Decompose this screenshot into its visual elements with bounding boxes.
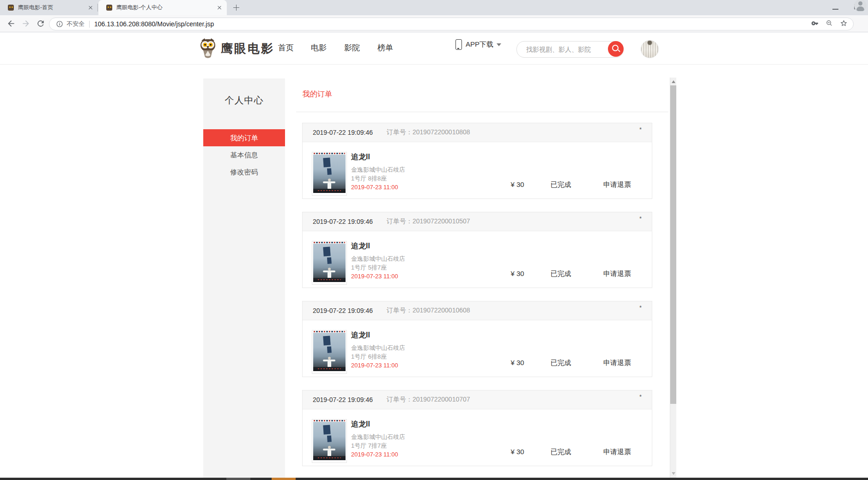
owl-favicon-icon [8,5,14,11]
order-corner-mark: * [639,215,642,222]
scrollbar-up-arrow[interactable] [672,80,675,83]
order-card: 2019-07-22 19:09:46 订单号：2019072200010608… [302,301,652,377]
window-minimize-button[interactable] [832,9,838,10]
tab-close-icon[interactable] [87,4,94,12]
order-number-label: 订单号： [387,396,413,403]
movie-title[interactable]: 追龙II [351,241,405,251]
showtime: 2019-07-23 11:00 [351,272,405,281]
title-divider [296,112,668,112]
order-created-time: 2019-07-22 19:09:46 [313,307,373,314]
password-key-icon[interactable] [811,19,819,29]
search-icon-handle [618,49,620,52]
order-list: 2019-07-22 19:09:46 订单号：2019072200010808… [302,123,652,479]
search-button[interactable] [608,41,624,57]
order-status: 已完成 [528,358,593,367]
tab-home[interactable]: 鹰眼电影-首页 [0,0,98,15]
content-scrollbar[interactable] [670,78,676,478]
tab-personal-center[interactable]: 鹰眼电影-个人中心 [98,0,227,15]
order-movie-info: 追龙II 金逸影城中山石歧店 1号厅 5排7座 2019-07-23 11:00 [351,241,405,281]
order-number-value: 2019072200010608 [413,306,470,314]
page-info-icon[interactable] [56,20,63,28]
nav-item-movies[interactable]: 电影 [311,42,327,53]
order-card-body: 追龙II 金逸影城中山石歧店 1号厅 6排8座 2019-07-23 11:00… [303,320,652,377]
order-number-value: 2019072200010507 [413,217,470,225]
order-card-header: 2019-07-22 19:09:46 订单号：2019072200010608… [303,301,652,320]
order-card: 2019-07-22 19:09:46 订单号：2019072200010507… [302,212,652,288]
order-status: 已完成 [528,180,593,189]
security-label[interactable]: 不安全 [67,20,85,28]
order-number: 订单号：2019072200010608 [387,306,470,315]
movie-title[interactable]: 追龙II [351,419,405,429]
order-created-time: 2019-07-22 19:09:46 [313,218,373,225]
page-url[interactable]: 106.13.106.208:8080/Movie/jsp/center.jsp [94,20,214,28]
brand-title[interactable]: 鹰眼电影 [221,41,274,57]
browser-window: 鹰眼电影-首页 鹰眼电影-个人中心 不安全 106.13.1 [0,0,868,480]
order-movie-info: 追龙II 金逸影城中山石歧店 1号厅 6排8座 2019-07-23 11:00 [351,330,405,370]
order-number-value: 2019072200010707 [413,396,470,403]
nav-item-home[interactable]: 首页 [278,42,294,53]
order-corner-mark: * [639,304,642,311]
order-number: 订单号：2019072200010507 [387,217,470,226]
nav-item-rankings[interactable]: 榜单 [377,42,393,53]
app-download-menu[interactable]: APP下载 [455,39,501,50]
order-card-header: 2019-07-22 19:09:46 订单号：2019072200010808… [303,123,652,142]
owl-logo-icon[interactable] [199,37,217,59]
search-input[interactable] [525,42,603,57]
refund-request-button[interactable]: 申请退票 [589,269,645,278]
address-bar[interactable]: 不安全 106.13.106.208:8080/Movie/jsp/center… [49,18,854,30]
movie-poster[interactable] [312,419,347,463]
zoom-out-icon[interactable] [826,19,833,29]
order-card: 2019-07-22 19:09:46 订单号：2019072200010808… [302,123,652,199]
hall-and-seat: 1号厅 5排7座 [351,263,405,272]
movie-poster[interactable] [312,152,347,196]
omnibox-divider [89,21,90,28]
back-button[interactable] [6,18,17,29]
order-movie-info: 追龙II 金逸影城中山石歧店 1号厅 7排7座 2019-07-23 11:00 [351,419,405,459]
scrollbar-down-arrow[interactable] [672,472,675,475]
order-card-body: 追龙II 金逸影城中山石歧店 1号厅 7排7座 2019-07-23 11:00… [303,409,652,466]
page-title: 我的订单 [303,90,332,99]
sidebar-item-change-password[interactable]: 修改密码 [203,163,285,180]
taskbar-item-highlight [272,478,296,480]
order-status: 已完成 [528,269,593,278]
personal-center-sidebar: 个人中心 我的订单 基本信息 修改密码 [203,78,285,478]
refund-request-button[interactable]: 申请退票 [589,447,645,456]
tab-close-icon[interactable] [216,4,223,12]
sidebar-item-basic-info[interactable]: 基本信息 [203,146,285,163]
order-corner-mark: * [639,126,642,133]
movie-title[interactable]: 追龙II [351,330,405,340]
forward-button[interactable] [20,18,31,29]
app-download-label: APP下载 [466,40,493,49]
reload-button[interactable] [35,18,46,29]
refund-request-button[interactable]: 申请退票 [589,180,645,189]
order-number: 订单号：2019072200010808 [387,128,470,137]
sidebar-item-my-orders[interactable]: 我的订单 [203,129,285,146]
movie-title[interactable]: 追龙II [351,152,405,162]
order-movie-info: 追龙II 金逸影城中山石歧店 1号厅 8排8座 2019-07-23 11:00 [351,152,405,192]
hall-and-seat: 1号厅 8排8座 [351,174,405,183]
windows-taskbar-edge[interactable] [0,478,868,480]
sidebar-menu: 我的订单 基本信息 修改密码 [203,129,285,180]
bookmark-star-icon[interactable] [840,19,848,29]
tab-title: 鹰眼电影-首页 [18,4,87,12]
taskbar-item [226,478,250,480]
cinema-name: 金逸影城中山石歧店 [351,254,405,263]
refund-request-button[interactable]: 申请退票 [589,358,645,367]
order-card-body: 追龙II 金逸影城中山石歧店 1号厅 8排8座 2019-07-23 11:00… [303,142,652,198]
order-created-time: 2019-07-22 19:09:46 [313,129,373,136]
movie-poster[interactable] [312,241,347,285]
cinema-name: 金逸影城中山石歧店 [351,343,405,352]
scrollbar-thumb[interactable] [670,85,676,404]
movie-poster[interactable] [312,330,347,374]
new-tab-button[interactable] [232,4,240,12]
order-card-body: 追龙II 金逸影城中山石歧店 1号厅 5排7座 2019-07-23 11:00… [303,231,652,288]
site-header: 鹰眼电影 首页 电影 影院 榜单 APP下载 [0,32,868,65]
user-avatar[interactable] [641,40,659,58]
showtime: 2019-07-23 11:00 [351,450,405,459]
tab-separator [97,4,98,12]
order-card-header: 2019-07-22 19:09:46 订单号：2019072200010707… [303,390,652,409]
order-corner-mark: * [639,393,642,400]
nav-item-cinemas[interactable]: 影院 [344,42,360,53]
site-search [516,41,624,58]
tab-strip: 鹰眼电影-首页 鹰眼电影-个人中心 [0,0,868,15]
